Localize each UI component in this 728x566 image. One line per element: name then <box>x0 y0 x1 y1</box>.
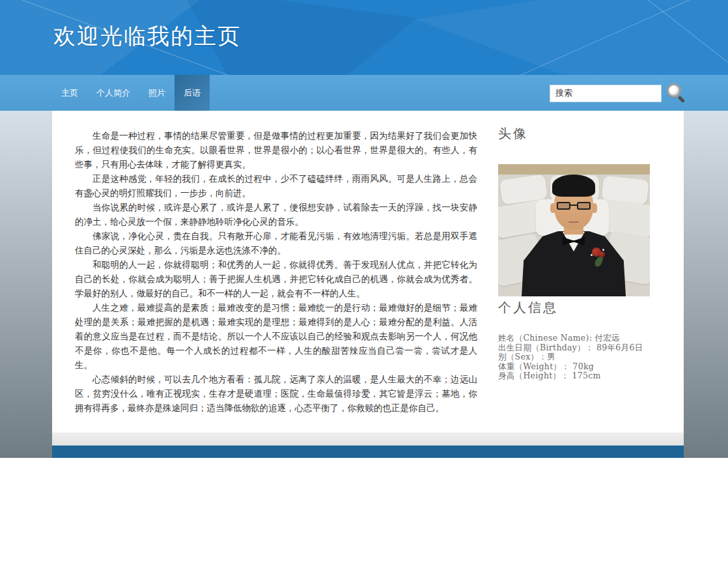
nav-item-photos[interactable]: 照片 <box>139 75 175 111</box>
nav-item-profile[interactable]: 个人简介 <box>87 75 139 111</box>
flower-bloom <box>599 251 605 257</box>
article-paragraph: 和聪明的人一起，你就得聪明；和优秀的人一起，你就得优秀。善于发现别人优点，并把它… <box>75 257 477 300</box>
page: 欢迎光临我的主页 主页个人简介照片后语 生命是一种过程，事情的结果尽管重要，但是… <box>0 0 728 566</box>
content-panel: 生命是一种过程，事情的结果尽管重要，但是做事情的过程更加重要，因为结果好了我们会… <box>52 111 684 432</box>
magnifier-icon[interactable] <box>667 83 686 103</box>
info-heading: 个人信息 <box>498 299 652 317</box>
personal-info-list: 姓名（Chinese Name): 付宏远出生日期（Birthday）： 89年… <box>498 333 652 381</box>
photo-hair <box>552 175 595 197</box>
main-nav: 主页个人简介照片后语 <box>52 75 210 111</box>
footer-bar <box>52 446 684 458</box>
page-title: 欢迎光临我的主页 <box>53 21 241 51</box>
info-line: 姓名（Chinese Name): 付宏远 <box>498 333 652 343</box>
glasses-lens <box>557 202 570 210</box>
glasses-lens <box>577 202 591 210</box>
sidebar: 头像 <box>498 111 652 432</box>
photo-background-wall <box>498 164 650 175</box>
article-paragraph: 当你说累的时候，或许是心累了，或许是人累了，便很想安静，试着除去一天的浮躁，找一… <box>75 200 477 229</box>
site-header: 欢迎光临我的主页 <box>0 0 728 75</box>
glasses-bridge <box>570 205 577 206</box>
header-pattern-triangle <box>415 0 728 75</box>
nav-item-home[interactable]: 主页 <box>52 75 87 111</box>
info-line: 出生日期（Birthday）： 89年6月6日 <box>498 343 652 353</box>
portrait-photo <box>498 164 650 296</box>
info-line: 身高（Height）： 175cm <box>498 371 652 381</box>
footer-strip <box>52 432 684 446</box>
site-body: 欢迎光临我的主页 主页个人简介照片后语 生命是一种过程，事情的结果尽管重要，但是… <box>0 0 728 458</box>
photo-mouth <box>568 221 579 223</box>
photo-corsage-flower <box>589 246 608 270</box>
nav-item-epilogue[interactable]: 后语 <box>175 75 210 111</box>
magnifier-handle <box>678 96 685 103</box>
avatar-heading: 头像 <box>498 125 652 143</box>
article-paragraph: 心态倾斜的时候，可以去几个地方看看：孤儿院，远离了亲人的温暖，是人生最大的不幸；… <box>75 372 477 415</box>
flower-babys-breath <box>602 249 604 251</box>
navbar: 主页个人简介照片后语 <box>0 75 728 111</box>
search-area <box>550 83 686 103</box>
article-paragraph: 人生之难，最难提高的是素质；最难改变的是习惯；最难统一的是行动；最难做好的是细节… <box>75 300 477 372</box>
flower-babys-breath <box>591 254 593 256</box>
search-input[interactable] <box>550 85 662 102</box>
photo-glasses <box>557 202 591 211</box>
article-paragraph: 正是这种感觉，年轻的我们，在成长的过程中，少不了磕磕绊绊，雨雨风风。可是人生路上… <box>75 171 477 200</box>
article: 生命是一种过程，事情的结果尽管重要，但是做事情的过程更加重要，因为结果好了我们会… <box>75 111 477 432</box>
info-line: 体重（Weight）： 70kg <box>498 362 652 372</box>
article-paragraph: 生命是一种过程，事情的结果尽管重要，但是做事情的过程更加重要，因为结果好了我们会… <box>75 128 477 171</box>
main-wrap: 生命是一种过程，事情的结果尽管重要，但是做事情的过程更加重要，因为结果好了我们会… <box>0 111 728 458</box>
article-paragraph: 佛家说，净化心灵，贵在自我。只有敞开心扉，才能看见污垢，有效地清理污垢。若总是用… <box>75 229 477 257</box>
info-line: 别（Sex）：男 <box>498 352 652 362</box>
